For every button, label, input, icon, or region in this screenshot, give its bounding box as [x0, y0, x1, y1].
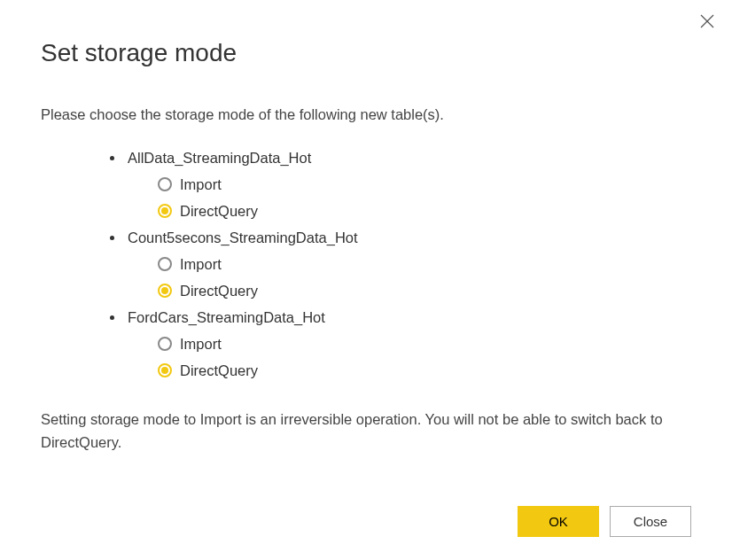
radio-icon [158, 363, 172, 377]
storage-mode-option-import[interactable]: Import [158, 251, 691, 277]
table-name-row: FordCars_StreamingData_Hot [110, 304, 691, 331]
radio-icon [158, 204, 172, 218]
bullet-icon [110, 156, 114, 160]
table-name: Count5secons_StreamingData_Hot [128, 224, 358, 251]
table-block: AllData_StreamingData_Hot Import DirectQ… [110, 144, 691, 224]
storage-mode-option-directquery[interactable]: DirectQuery [158, 198, 691, 224]
option-label: Import [180, 171, 222, 198]
radio-icon [158, 257, 172, 271]
radio-icon [158, 177, 172, 191]
close-icon[interactable] [700, 14, 714, 28]
storage-mode-option-directquery[interactable]: DirectQuery [158, 357, 691, 384]
dialog-title: Set storage mode [41, 39, 691, 67]
storage-mode-option-import[interactable]: Import [158, 331, 691, 357]
dialog-footer: OK Close [41, 506, 691, 537]
option-label: DirectQuery [180, 357, 258, 384]
bullet-icon [110, 315, 114, 320]
table-block: Count5secons_StreamingData_Hot Import Di… [110, 224, 691, 304]
radio-icon [158, 337, 172, 351]
table-name-row: AllData_StreamingData_Hot [110, 144, 691, 171]
table-block: FordCars_StreamingData_Hot Import Direct… [110, 304, 691, 384]
tables-list: AllData_StreamingData_Hot Import DirectQ… [110, 144, 691, 384]
set-storage-mode-dialog: Set storage mode Please choose the stora… [0, 0, 732, 560]
storage-mode-option-directquery[interactable]: DirectQuery [158, 277, 691, 304]
table-name: AllData_StreamingData_Hot [128, 144, 311, 171]
table-name: FordCars_StreamingData_Hot [128, 304, 325, 331]
option-label: DirectQuery [180, 198, 258, 224]
close-button[interactable]: Close [610, 506, 691, 537]
warning-text: Setting storage mode to Import is an irr… [41, 408, 691, 454]
option-label: Import [180, 331, 222, 357]
option-label: DirectQuery [180, 277, 258, 304]
radio-icon [158, 284, 172, 298]
option-label: Import [180, 251, 222, 277]
table-name-row: Count5secons_StreamingData_Hot [110, 224, 691, 251]
dialog-intro: Please choose the storage mode of the fo… [41, 106, 691, 123]
ok-button[interactable]: OK [518, 506, 599, 537]
storage-mode-option-import[interactable]: Import [158, 171, 691, 198]
bullet-icon [110, 236, 114, 240]
